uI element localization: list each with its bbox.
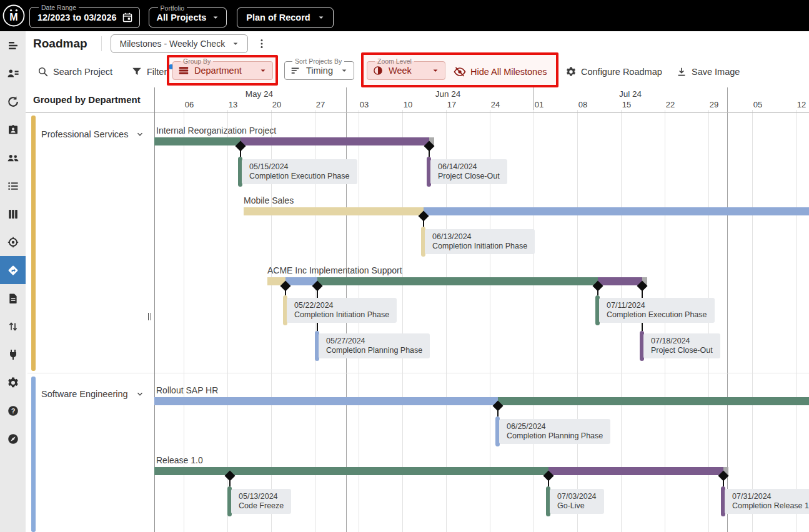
sidebar-item-resources[interactable] [0,59,26,87]
hide-all-milestones-button[interactable]: Hide All Milestones [454,66,547,78]
group-name: Software Engineering [41,389,128,399]
panel-divider[interactable] [154,87,155,532]
timeline-week-label: 06 [181,100,198,109]
group-by-value: Department [194,66,242,76]
timeline-week-label: 13 [224,100,242,109]
chevron-down-icon[interactable] [136,130,144,139]
roadmap-gantt-chart: Grouped by Department 061320270310172401… [26,87,809,532]
bullet-list-icon [7,180,19,192]
date-range-field[interactable]: Date Range 12/2023 to 03/2026 [29,4,140,28]
group-by-select[interactable]: Group By Department [172,57,273,80]
gantt-bar-segment[interactable] [244,207,424,215]
week-gridline [796,110,797,532]
timeline-week-label: 22 [662,100,679,109]
more-options-icon[interactable] [256,38,267,49]
sidebar-item-team[interactable] [0,144,26,172]
date-range-label: Date Range [39,4,79,11]
sidebar-item-project-card[interactable] [0,116,26,144]
milestone-date: 05/15/2024 [249,162,350,172]
gantt-bar-segment[interactable] [241,137,429,145]
gantt-bar-segment[interactable] [154,137,241,145]
milestone-date: 06/25/2024 [507,422,603,431]
milestone-name: Completion Release 1 [732,501,809,511]
save-image-button[interactable]: Save Image [676,66,740,77]
milestone-tooltip: 07/31/2024Completion Release 1 [725,489,809,514]
milestone-tooltip: 05/13/2024Code Freeze [231,489,291,514]
sidebar-item-project-list[interactable] [0,172,26,200]
gantt-bar-segment[interactable] [424,207,809,215]
caret-down-icon [231,39,240,48]
search-project-label: Search Project [53,67,112,77]
milestone-tooltip: 07/18/2024Project Close-Out [643,333,720,358]
scenario-select[interactable]: Plan of Record [237,7,333,28]
milestone-date: 07/11/2024 [607,301,707,310]
group-row-label[interactable]: Professional Services [41,129,144,139]
rows-icon [178,65,189,76]
milestone-tooltip: 07/11/2024Completion Execution Phase [599,298,715,323]
calendar-icon[interactable] [122,12,133,23]
sidebar-item-help[interactable]: ? [0,397,26,425]
gantt-bar-segment[interactable] [498,397,809,405]
milestone-date: 07/18/2024 [651,337,713,346]
gantt-bar-segment[interactable] [317,277,598,285]
group-row-label[interactable]: Software Engineering [41,389,144,399]
compass-icon [7,433,19,445]
milestone-name: Completion Execution Phase [249,172,350,181]
timeline-week-label: 03 [355,100,373,109]
milestone-tooltip: 06/13/2024Completion Initiation Phase [425,229,535,254]
gantt-bar-segment[interactable] [598,277,642,285]
filter-label: Filter [147,67,167,77]
portfolio-select[interactable]: Portfolio All Projects [149,4,227,27]
sidebar-item-board[interactable] [0,200,26,228]
zoom-level-select[interactable]: Zoom Level Week [367,57,445,80]
sidebar-item-pipeline[interactable] [0,31,26,59]
portfolio-value: All Projects [157,12,207,22]
sidebar-item-integrations[interactable] [0,340,26,368]
sidebar-item-goals[interactable] [0,228,26,256]
panel-resize-handle[interactable] [148,313,151,320]
sidebar-item-import-export[interactable] [0,312,26,340]
timeline-week-label: 15 [618,100,635,109]
sort-projects-select[interactable]: Sort Projects By Timing [284,57,354,80]
milestone-name: Completion Initiation Phase [432,242,527,251]
search-icon [37,66,49,77]
zoom-level-value: Week [389,66,412,76]
milestone-date: 06/14/2024 [438,162,500,172]
timeline-week-label: 01 [530,100,548,109]
timeline-week-label: 20 [268,100,285,109]
sidebar-item-reports[interactable] [0,284,26,312]
milestone-name: Completion Execution Phase [607,310,707,320]
sidebar-item-refresh[interactable] [0,87,26,116]
timeline-week-label: 24 [487,100,504,109]
milestone-name: Project Close-Out [438,172,500,181]
milestone-date: 05/22/2024 [294,301,389,310]
refresh-icon [7,96,19,108]
timeline-week-label: 17 [443,100,460,109]
chevron-down-icon[interactable] [136,390,144,398]
caret-down-icon [211,13,220,22]
timeline-week-label: 08 [574,100,592,109]
sidebar-item-explore[interactable] [0,425,26,453]
portfolio-label: Portfolio [158,4,187,12]
gantt-bar-segment[interactable] [154,467,548,475]
search-project-button[interactable]: Search Project [37,66,112,77]
configure-roadmap-button[interactable]: Configure Roadmap [565,66,662,77]
page-header: Roadmap Milestones - Weekly Check [26,31,809,56]
person-lines-icon [7,67,19,80]
milestone-tooltip: 05/27/2024Completion Planning Phase [319,333,430,358]
gantt-bar-segment[interactable] [154,397,498,405]
app-logo[interactable]: M [2,4,26,27]
caret-down-icon [340,66,349,75]
date-range-value: 12/2023 to 03/2026 [37,12,117,22]
filter-button[interactable]: Filter [131,66,167,77]
download-icon [676,66,687,77]
timeline-week-label: 12 [793,100,809,109]
sidebar-item-roadmap[interactable] [0,256,26,284]
gantt-bar-segment[interactable] [285,277,317,285]
gantt-bar-segment[interactable] [548,467,723,475]
sidebar-item-settings[interactable] [0,368,26,397]
view-selector[interactable]: Milestones - Weekly Check [111,34,249,53]
group-accent-bar [31,377,36,532]
caret-down-icon [259,66,267,75]
project-title: Internal Reorganization Project [156,126,276,135]
